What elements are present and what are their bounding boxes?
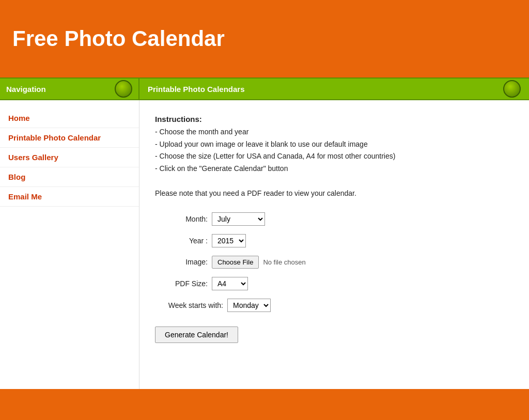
nav-left: Navigation	[0, 79, 139, 99]
main-content: Instructions: - Choose the month and yea…	[139, 100, 529, 389]
sidebar-item-email[interactable]: Email Me	[0, 187, 139, 207]
instruction-line-2: - Upload your own image or leave it blan…	[155, 140, 368, 148]
navigation-label: Navigation	[6, 85, 46, 94]
sidebar-item-blog[interactable]: Blog	[0, 167, 139, 187]
nav-circle-right	[503, 80, 521, 98]
pdf-note: Please note that you need a PDF reader t…	[155, 189, 356, 197]
sidebar: Home Printable Photo Calendar Users Gall…	[0, 100, 139, 389]
image-row: Image: Choose File No file chosen	[155, 256, 514, 269]
pdf-size-select[interactable]: Letter A4	[212, 277, 248, 290]
home-link[interactable]: Home	[8, 114, 30, 122]
no-file-text: No file chosen	[263, 258, 305, 266]
generate-calendar-button[interactable]: Generate Calendar!	[155, 326, 238, 343]
sidebar-item-printable[interactable]: Printable Photo Calendar	[0, 128, 139, 148]
choose-file-button[interactable]: Choose File	[212, 256, 259, 269]
instruction-line-4: - Click on the "Generate Calendar" butto…	[155, 164, 288, 173]
gallery-link[interactable]: Users Gallery	[8, 153, 58, 162]
week-starts-label: Week starts with:	[155, 301, 227, 309]
instruction-line-1: - Choose the month and year	[155, 128, 248, 136]
month-label: Month:	[155, 215, 212, 223]
header: Free Photo Calendar	[0, 0, 529, 77]
month-select[interactable]: January February March April May June Ju…	[212, 212, 265, 226]
sidebar-item-home[interactable]: Home	[0, 108, 139, 128]
site-title: Free Photo Calendar	[12, 26, 225, 51]
printable-calendars-label: Printable Photo Calendars	[148, 85, 245, 94]
pdf-size-row: PDF Size: Letter A4	[155, 277, 514, 290]
year-row: Year : 2014 2015 2016 2017	[155, 234, 514, 247]
navbar: Navigation Printable Photo Calendars	[0, 77, 529, 100]
sidebar-item-gallery[interactable]: Users Gallery	[0, 148, 139, 167]
year-label: Year :	[155, 237, 212, 245]
printable-link[interactable]: Printable Photo Calendar	[8, 133, 101, 142]
nav-right: Printable Photo Calendars	[139, 79, 529, 99]
instructions-title: Instructions:	[155, 115, 202, 123]
week-starts-row: Week starts with: Sunday Monday	[155, 299, 514, 312]
pdf-size-label: PDF Size:	[155, 279, 212, 288]
nav-circle-left	[115, 80, 132, 98]
instruction-line-3: - Choose the size (Letter for USA and Ca…	[155, 152, 395, 160]
week-starts-select[interactable]: Sunday Monday	[227, 299, 271, 312]
email-link[interactable]: Email Me	[8, 192, 42, 201]
instructions-block: Instructions: - Choose the month and yea…	[155, 113, 514, 200]
month-row: Month: January February March April May …	[155, 212, 514, 226]
footer	[0, 389, 529, 420]
image-label: Image:	[155, 258, 212, 266]
blog-link[interactable]: Blog	[8, 173, 25, 181]
content: Home Printable Photo Calendar Users Gall…	[0, 100, 529, 389]
generate-row: Generate Calendar!	[155, 320, 514, 343]
year-select[interactable]: 2014 2015 2016 2017	[212, 234, 246, 247]
